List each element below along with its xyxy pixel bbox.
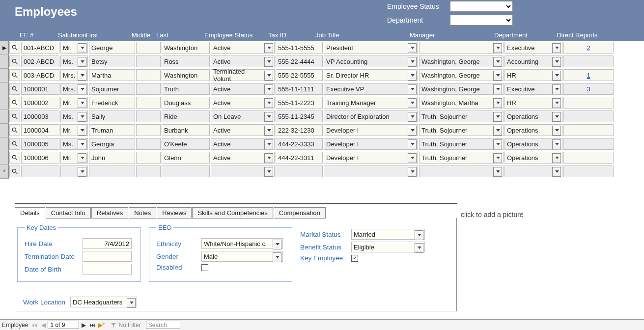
tax-cell[interactable]: 222-32-1230 [276, 124, 323, 136]
job-cell[interactable]: Director of Exploration [324, 110, 418, 122]
middle-cell[interactable] [136, 42, 161, 54]
search-icon[interactable] [9, 69, 20, 81]
filter-status-select[interactable] [450, 1, 513, 12]
last-cell[interactable]: Washington [162, 69, 210, 81]
row-selector[interactable] [0, 110, 9, 124]
dept-cell[interactable]: Operations [504, 152, 562, 164]
tab-skills-and-competencies[interactable]: Skills and Competencies [192, 207, 273, 219]
ee-cell[interactable]: 1000005 [21, 138, 59, 150]
filter-dept-select[interactable] [450, 15, 513, 26]
ee-cell[interactable]: 1000004 [21, 124, 59, 136]
tax-cell[interactable]: 555-22-4444 [276, 55, 323, 67]
table-row[interactable]: ▶001-ABCDMr.GeorgeWashingtonActive555-11… [0, 41, 644, 55]
job-cell[interactable]: Developer I [324, 138, 418, 150]
status-cell[interactable]: Active [211, 42, 275, 54]
last-cell[interactable]: Washington [162, 42, 210, 54]
status-cell[interactable]: Active [211, 55, 275, 67]
middle-cell[interactable] [136, 83, 161, 95]
table-row[interactable]: 002-ABCDMs.BetsyRossActive555-22-4444VP … [0, 55, 644, 69]
salutation-cell[interactable]: Ms. [60, 55, 88, 67]
last-cell[interactable]: Burbank [162, 124, 210, 136]
ee-cell[interactable]: 1000003 [21, 110, 59, 122]
status-cell[interactable]: Active [211, 124, 275, 136]
table-row[interactable]: 1000005Ms.GeorgiaO'KeefeActive444-22-333… [0, 138, 644, 151]
ee-cell[interactable]: 1000006 [21, 152, 59, 164]
tab-contact-info[interactable]: Contact Info [46, 207, 91, 219]
nav-new-icon[interactable]: ▶* [97, 321, 106, 330]
tax-cell[interactable]: 555-11-2345 [276, 110, 323, 122]
middle-cell[interactable] [136, 97, 161, 109]
manager-cell[interactable]: Washington, George [419, 55, 504, 67]
first-cell[interactable]: John [89, 152, 135, 164]
search-icon[interactable] [9, 42, 20, 54]
nav-last-icon[interactable]: ⏭ [88, 321, 97, 330]
manager-cell[interactable]: Truth, Sojourner [419, 152, 504, 164]
salutation-cell[interactable]: Mrs. [60, 83, 88, 95]
status-cell[interactable]: Terminated - Volunt [211, 69, 275, 81]
manager-cell[interactable]: Truth, Sojourner [419, 138, 504, 150]
first-cell[interactable]: Frederick [89, 97, 135, 109]
search-icon[interactable] [9, 124, 20, 136]
direct-reports-cell[interactable] [563, 110, 614, 122]
nav-record-field[interactable] [48, 321, 79, 329]
dept-cell[interactable]: HR [504, 97, 562, 109]
job-cell[interactable]: Executive VP [324, 83, 418, 95]
picture-placeholder[interactable]: click to add a picture [461, 211, 524, 219]
termination-date-field[interactable] [83, 251, 132, 262]
marital-status-select[interactable]: Married [351, 229, 425, 240]
work-location-select[interactable]: DC Headquarters [70, 297, 137, 307]
first-cell[interactable]: Betsy [89, 55, 135, 67]
direct-reports-cell[interactable] [563, 55, 614, 67]
first-cell[interactable]: Sally [89, 110, 135, 122]
middle-cell[interactable] [136, 124, 161, 136]
middle-cell[interactable] [136, 55, 161, 67]
salutation-cell[interactable]: Ms. [60, 110, 88, 122]
salutation-cell[interactable]: Mr. [60, 97, 88, 109]
last-cell[interactable]: Glenn [162, 152, 210, 164]
search-icon[interactable] [9, 138, 20, 150]
middle-cell[interactable] [136, 110, 161, 122]
status-cell[interactable]: Active [211, 138, 275, 150]
first-cell[interactable]: George [89, 42, 135, 54]
nav-next-icon[interactable]: ▶ [79, 321, 88, 330]
salutation-cell[interactable]: Mr. [60, 42, 88, 54]
direct-reports-cell[interactable] [563, 97, 614, 109]
tax-cell[interactable]: 555-11-1111 [276, 83, 323, 95]
manager-cell[interactable]: Washington, George [419, 83, 504, 95]
manager-cell[interactable]: Washington, Martha [419, 97, 504, 109]
benefit-status-select[interactable]: Eligible [351, 242, 425, 252]
disabled-checkbox[interactable] [201, 264, 208, 271]
ee-cell[interactable]: 1000001 [21, 83, 59, 95]
job-cell[interactable]: VP Accounting [324, 55, 418, 67]
manager-cell[interactable] [419, 42, 504, 54]
table-row[interactable]: 1000001Mrs.SojournerTruthActive555-11-11… [0, 82, 644, 96]
job-cell[interactable]: Developer I [324, 152, 418, 164]
dept-cell[interactable]: Accounting [504, 55, 562, 67]
search-icon[interactable] [9, 83, 20, 95]
tax-cell[interactable]: 555-22-5555 [276, 69, 323, 81]
direct-reports-cell[interactable]: 2 [563, 42, 614, 54]
table-row[interactable]: 003-ABCDMrs.MarthaWashingtonTerminated -… [0, 69, 644, 82]
direct-reports-cell[interactable] [563, 138, 614, 150]
dept-cell[interactable]: Operations [504, 124, 562, 136]
row-selector[interactable] [0, 165, 9, 179]
row-selector[interactable] [0, 151, 9, 165]
salutation-cell[interactable]: Mr. [60, 124, 88, 136]
job-cell[interactable]: Training Manager [324, 97, 418, 109]
table-row[interactable]: 1000006Mr.JohnGlennActive444-22-3311Deve… [0, 151, 644, 165]
last-cell[interactable]: O'Keefe [162, 138, 210, 150]
ee-cell[interactable]: 002-ABCD [21, 55, 59, 67]
tax-cell[interactable]: 555-11-2223 [276, 97, 323, 109]
job-cell[interactable]: President [324, 42, 418, 54]
ee-cell[interactable]: 003-ABCD [21, 69, 59, 81]
table-row[interactable]: 1000004Mr.TrumanBurbankActive222-32-1230… [0, 124, 644, 138]
manager-cell[interactable]: Truth, Sojourner [419, 124, 504, 136]
middle-cell[interactable] [136, 69, 161, 81]
direct-reports-cell[interactable] [563, 152, 614, 164]
direct-reports-cell[interactable]: 1 [563, 69, 614, 81]
first-cell[interactable]: Martha [89, 69, 135, 81]
tab-notes[interactable]: Notes [129, 207, 156, 219]
nav-no-filter[interactable]: No Filter [111, 322, 140, 329]
first-cell[interactable]: Truman [89, 124, 135, 136]
nav-first-icon[interactable]: ⏮ [30, 321, 39, 330]
